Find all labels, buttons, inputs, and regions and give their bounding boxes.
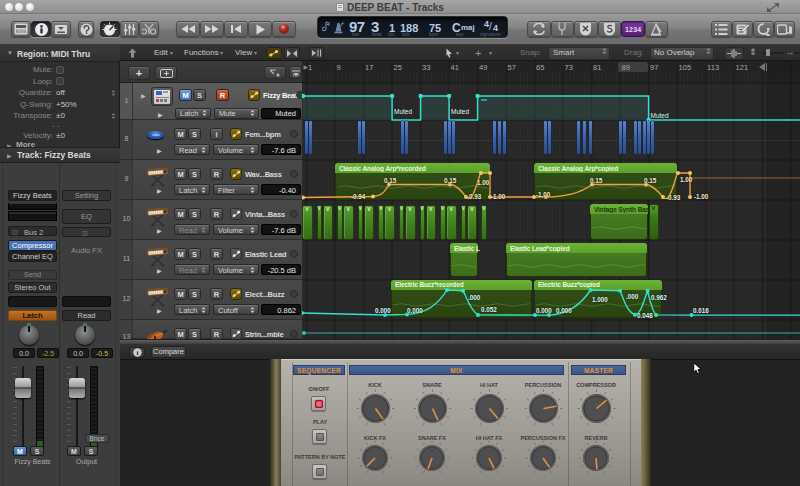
svg-text:i: i [136, 349, 138, 357]
